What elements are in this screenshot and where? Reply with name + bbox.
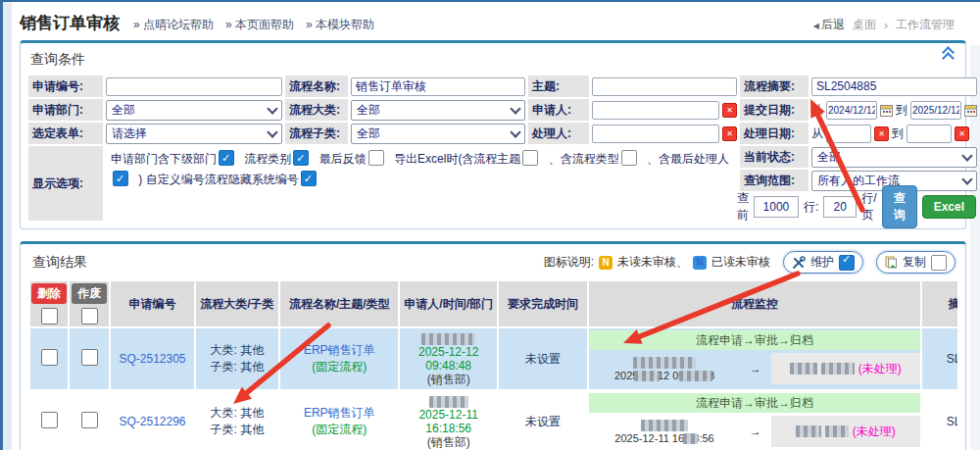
query-button[interactable]: 查询 bbox=[882, 185, 917, 228]
top-label: 查前 bbox=[737, 190, 749, 224]
form-select-label: 选定表单: bbox=[28, 123, 103, 144]
handle-date-label: 处理日期: bbox=[740, 123, 808, 144]
row-delete-checkbox[interactable] bbox=[41, 412, 58, 428]
monitor-path: 流程申请→审批→归档 bbox=[589, 393, 919, 413]
digest-input[interactable] bbox=[811, 77, 977, 96]
page-title: 销售订单审核 bbox=[20, 12, 120, 34]
clear-icon[interactable] bbox=[874, 126, 889, 141]
flow-name-input[interactable] bbox=[351, 77, 525, 96]
option-checkbox[interactable] bbox=[368, 150, 384, 166]
per-page-label: 行/页 bbox=[861, 190, 876, 224]
option-checkbox[interactable] bbox=[301, 171, 317, 186]
per-page-input[interactable] bbox=[823, 196, 857, 218]
col-applicant: 申请人/时间/部门 bbox=[400, 281, 496, 326]
row-limit-controls: 查前 行: 行/页 查询 Excel bbox=[740, 193, 978, 221]
delete-all-button[interactable]: 删除 bbox=[31, 283, 67, 304]
handler-input[interactable] bbox=[592, 125, 719, 143]
excel-button[interactable]: Excel bbox=[922, 195, 976, 219]
display-options-label: 显示选项: bbox=[28, 146, 103, 221]
breadcrumb-separator: › bbox=[884, 19, 888, 32]
handle-date-from-input[interactable] bbox=[826, 125, 871, 143]
help-link-module[interactable]: » 本模块帮助 bbox=[306, 17, 374, 33]
back-button[interactable]: 后退 bbox=[813, 17, 845, 33]
help-link-page[interactable]: » 本页面帮助 bbox=[225, 17, 294, 33]
legend-label: 图标说明: bbox=[544, 254, 594, 271]
apply-no-input[interactable] bbox=[106, 77, 282, 96]
current-status-select[interactable]: 全部 bbox=[811, 147, 977, 168]
rows-label: 行: bbox=[804, 199, 818, 216]
option-checkbox[interactable] bbox=[621, 150, 637, 166]
help-links: » 点晴论坛帮助 » 本页面帮助 » 本模块帮助 bbox=[133, 17, 374, 33]
query-panel: 查询条件 申请编号: 流程名称: 主题: 流程摘要: 申请部门: 全部 流程大类… bbox=[20, 40, 966, 229]
flow-subclass-select[interactable]: 全部 bbox=[351, 124, 525, 144]
col-required-time: 要求完成时间 bbox=[499, 281, 587, 326]
help-link-forum[interactable]: » 点晴论坛帮助 bbox=[133, 17, 214, 33]
maintain-checkbox[interactable] bbox=[839, 255, 855, 271]
select-all-void-checkbox[interactable] bbox=[81, 308, 98, 325]
digest-label: 流程摘要: bbox=[740, 75, 808, 97]
redacted-patch bbox=[679, 371, 712, 381]
top-rows-input[interactable] bbox=[754, 196, 799, 218]
option-checkbox[interactable] bbox=[522, 150, 538, 166]
breadcrumb-desktop[interactable]: 桌面 bbox=[853, 17, 876, 33]
option-checkbox[interactable] bbox=[219, 150, 234, 166]
col-class: 流程大类/子类 bbox=[196, 281, 278, 326]
form-select[interactable]: 请选择 bbox=[106, 124, 282, 144]
redacted-name bbox=[641, 420, 688, 431]
icon-legend: 图标说明: N 未读未审核、 N 已读未审核 维护 复制 bbox=[544, 251, 956, 274]
apply-dept-select[interactable]: 全部 bbox=[106, 100, 282, 121]
select-all-delete-checkbox[interactable] bbox=[41, 308, 58, 325]
clear-icon[interactable] bbox=[722, 103, 737, 118]
apply-no-link[interactable]: SQ-2512305 bbox=[119, 352, 185, 366]
query-panel-title: 查询条件 bbox=[28, 47, 957, 75]
copy-checkbox[interactable] bbox=[931, 255, 947, 271]
monitor-origin: 2025-12-12 09:48:48 bbox=[589, 355, 740, 382]
query-form: 申请编号: 流程名称: 主题: 流程摘要: 申请部门: 全部 流程大类: 全部 … bbox=[28, 75, 957, 221]
col-digest: 摘要 bbox=[922, 281, 957, 326]
clear-icon[interactable] bbox=[722, 126, 737, 141]
applicant-input[interactable] bbox=[592, 101, 719, 120]
subject-label: 主题: bbox=[528, 75, 589, 97]
breadcrumb-workflow[interactable]: 工作流管理 bbox=[896, 17, 955, 33]
applicant-label: 申请人: bbox=[528, 99, 589, 121]
chevron-down-icon bbox=[510, 126, 520, 137]
option-checkbox[interactable] bbox=[113, 171, 128, 186]
monitor-current: (未处理) bbox=[771, 416, 920, 447]
flow-class-select[interactable]: 全部 bbox=[351, 100, 525, 121]
monitor-path: 流程申请→审批→归档 bbox=[589, 330, 919, 350]
current-status-label: 当前状态: bbox=[740, 146, 808, 168]
unread-icon: N bbox=[599, 256, 612, 270]
to-label: 到 bbox=[896, 102, 907, 119]
row-void-checkbox[interactable] bbox=[81, 349, 98, 366]
legend-read: 已读未审核 bbox=[711, 254, 770, 271]
results-table-wrap: 删除 作废 申请编号 流程大类/子类 流程名称/主题/类型 申请人/时间/部门 … bbox=[28, 279, 957, 450]
window-left-gutter bbox=[3, 2, 12, 450]
apply-no-label: 申请编号: bbox=[28, 75, 103, 97]
handle-date-to-input[interactable] bbox=[906, 125, 952, 143]
apply-dept-label: 申请部门: bbox=[28, 99, 103, 121]
clear-icon[interactable] bbox=[955, 126, 969, 141]
row-delete-checkbox[interactable] bbox=[41, 349, 58, 366]
row-void-checkbox[interactable] bbox=[81, 412, 98, 428]
apply-no-link[interactable]: SQ-2512296 bbox=[119, 415, 185, 428]
subject-input[interactable] bbox=[592, 77, 737, 96]
arrow-right-icon: → bbox=[750, 362, 761, 375]
results-table: 删除 作废 申请编号 流程大类/子类 流程名称/主题/类型 申请人/时间/部门 … bbox=[28, 279, 957, 450]
submit-date-from-input[interactable] bbox=[826, 101, 877, 120]
copy-icon bbox=[885, 256, 898, 269]
from-label: 从 bbox=[811, 102, 823, 119]
redacted-name bbox=[633, 357, 696, 369]
option-checkbox[interactable] bbox=[293, 150, 309, 166]
redacted-patch bbox=[634, 371, 660, 381]
collapse-icon[interactable] bbox=[942, 51, 954, 65]
copy-button[interactable]: 复制 bbox=[876, 251, 956, 274]
redacted-name bbox=[790, 363, 817, 375]
calendar-icon[interactable] bbox=[880, 104, 893, 117]
calendar-icon[interactable] bbox=[964, 104, 977, 117]
arrow-right-icon: → bbox=[750, 425, 761, 438]
page-header: 销售订单审核 » 点晴论坛帮助 » 本页面帮助 » 本模块帮助 后退 桌面 › … bbox=[12, 2, 970, 40]
maintain-button[interactable]: 维护 bbox=[783, 251, 863, 274]
submit-date-to-input[interactable] bbox=[910, 101, 961, 120]
void-all-button[interactable]: 作废 bbox=[72, 283, 107, 304]
col-monitor: 流程监控 bbox=[589, 281, 919, 326]
